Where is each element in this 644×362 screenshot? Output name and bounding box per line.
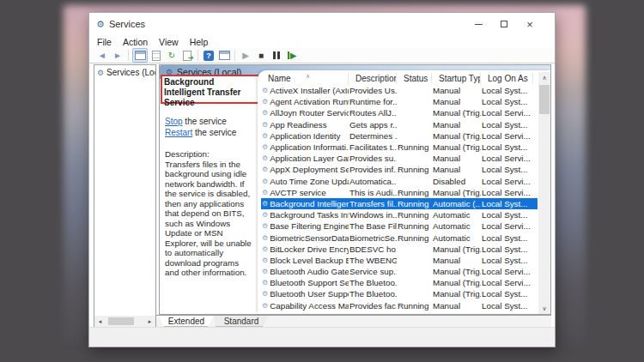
- toolbar: ◄►↻?▶■▶: [89, 48, 555, 63]
- service-gear-icon: ⚙: [262, 255, 268, 266]
- service-gear-icon: ⚙: [262, 187, 268, 198]
- tree-item-label: Services (Loca: [106, 68, 155, 77]
- services-app-icon: ⚙: [96, 20, 105, 29]
- show-action-pane-icon[interactable]: [217, 49, 231, 62]
- resume-service-icon[interactable]: ▶: [285, 49, 299, 62]
- table-row[interactable]: ⚙App ReadinessGets apps r...ManualLocal …: [261, 119, 538, 130]
- scroll-left-icon[interactable]: ◄: [94, 316, 106, 327]
- restart-service-line: Restart the service: [165, 127, 236, 138]
- service-description: Description: Transfers files in the back…: [165, 149, 253, 278]
- tree-horizontal-scrollbar[interactable]: ◄ ►: [94, 316, 155, 327]
- table-row[interactable]: ⚙AllJoyn Router ServiceRoutes AllJ...Man…: [261, 107, 538, 118]
- menu-action[interactable]: Action: [123, 37, 148, 47]
- scroll-down-icon[interactable]: ∨: [538, 303, 550, 314]
- service-gear-icon: ⚙: [262, 220, 268, 232]
- column-header-description[interactable]: Description: [349, 73, 397, 84]
- services-list-panel: Name ∧ Description Status Startup Type L…: [258, 70, 550, 314]
- service-gear-icon: ⚙: [262, 300, 268, 311]
- tree-item-services-local[interactable]: ⚙ Services (Loca: [94, 65, 155, 77]
- table-row[interactable]: ⚙Application Layer Gat...Provides su...M…: [261, 153, 538, 164]
- service-gear-icon: ⚙: [262, 176, 268, 187]
- column-header-status[interactable]: Status: [397, 73, 432, 84]
- maximize-button[interactable]: [491, 13, 517, 35]
- stop-service-icon[interactable]: ■: [254, 49, 268, 62]
- service-gear-icon: ⚙: [262, 153, 268, 164]
- table-row[interactable]: ⚙Bluetooth User Suppo...The Bluetoo...Ma…: [261, 288, 538, 299]
- properties-icon[interactable]: [149, 49, 163, 62]
- service-gear-icon: ⚙: [262, 266, 268, 277]
- table-row[interactable]: ⚙Bluetooth Audio Gate...Service sup...Ma…: [261, 266, 538, 277]
- refresh-icon[interactable]: ↻: [165, 49, 179, 62]
- service-gear-icon: ⚙: [262, 232, 268, 244]
- back-icon[interactable]: ◄: [95, 49, 109, 62]
- description-text: Transfers files in the background using …: [165, 160, 253, 278]
- show-console-tree-icon[interactable]: [132, 48, 148, 63]
- list-header-row: Name ∧ Description Status Startup Type L…: [261, 72, 538, 85]
- table-row[interactable]: ⚙Bluetooth Support Ser...The Bluetoo...M…: [261, 277, 538, 288]
- column-header-name[interactable]: Name ∧: [261, 73, 349, 84]
- table-row[interactable]: ⚙Auto Time Zone Upda...Automatica...Disa…: [261, 176, 538, 187]
- scroll-right-icon[interactable]: ►: [144, 316, 155, 327]
- toolbar-separator: [197, 50, 198, 61]
- minimize-button[interactable]: [465, 13, 491, 35]
- title-bar[interactable]: ⚙ Services ×: [89, 13, 555, 35]
- table-row[interactable]: ⚙Background Tasks Infr...Windows in...Ru…: [261, 209, 538, 220]
- pause-service-icon[interactable]: [270, 49, 283, 62]
- window-title: Services: [109, 19, 145, 29]
- table-row[interactable]: ⚙Application IdentityDetermines ...Manua…: [261, 130, 538, 142]
- services-pane: ⚙ Services (Local) Background Intelligen…: [159, 64, 551, 315]
- table-row[interactable]: ⚙Agent Activation Runt...Runtime for...M…: [261, 96, 538, 107]
- services-table-body: ⚙ActiveX Installer (AxIn...Provides Us..…: [261, 85, 538, 311]
- table-row[interactable]: ⚙Application Informati...Facilitates t..…: [261, 142, 538, 153]
- table-row[interactable]: ⚙Base Filtering EngineThe Base Fil...Run…: [261, 220, 538, 232]
- table-row[interactable]: ⚙Background Intelligen...Transfers fil..…: [261, 198, 538, 209]
- service-gear-icon: ⚙: [262, 107, 268, 118]
- table-row[interactable]: ⚙AVCTP serviceThis is Audi...RunningManu…: [261, 187, 538, 198]
- start-service-icon[interactable]: ▶: [239, 49, 252, 62]
- close-button[interactable]: ×: [517, 13, 543, 35]
- help-icon[interactable]: ?: [202, 49, 216, 62]
- service-gear-icon: ⚙: [262, 96, 268, 107]
- column-header-log-on-as[interactable]: Log On As: [481, 73, 533, 84]
- restart-service-link[interactable]: Restart: [165, 128, 192, 137]
- table-row[interactable]: ⚙BiometricSensorData...BiometricSe...Run…: [261, 232, 538, 243]
- service-gear-icon: ⚙: [262, 198, 268, 209]
- menu-view[interactable]: View: [159, 37, 179, 47]
- table-row[interactable]: ⚙AppX Deployment Se...Provides inf...Run…: [261, 164, 538, 175]
- tab-standard[interactable]: Standard: [214, 316, 269, 327]
- menu-file[interactable]: File: [97, 37, 112, 47]
- table-row[interactable]: ⚙Capability Access Ma...Provides fac...R…: [261, 300, 538, 311]
- stop-service-link[interactable]: Stop: [165, 117, 183, 126]
- column-header-startup-type[interactable]: Startup Type: [432, 73, 481, 84]
- annotation-box: Background Intelligent Transfer Service: [161, 75, 260, 104]
- table-row[interactable]: ⚙Block Level Backup En...The WBENG...Man…: [261, 255, 538, 266]
- extended-view-panel: Background Intelligent Transfer Service …: [160, 79, 258, 314]
- scrollbar-thumb[interactable]: [539, 85, 550, 114]
- scroll-up-icon[interactable]: ∧: [538, 72, 550, 83]
- table-row[interactable]: ⚙BitLocker Drive Encry...BDESVC ho...Man…: [261, 244, 538, 255]
- stop-service-suffix: the service: [183, 117, 227, 126]
- service-gear-icon: ⚙: [262, 244, 268, 255]
- desktop-background: ⚙ Services × File Action View Help ◄►↻?▶…: [0, 0, 644, 362]
- scrollbar-track[interactable]: [106, 316, 144, 327]
- tab-extended[interactable]: Extended: [159, 316, 214, 327]
- table-row[interactable]: ⚙ActiveX Installer (AxIn...Provides Us..…: [261, 85, 538, 96]
- services-node-icon: ⚙: [97, 69, 104, 77]
- service-gear-icon: ⚙: [262, 288, 268, 299]
- forward-icon[interactable]: ►: [111, 49, 125, 62]
- stop-service-line: Stop the service: [165, 116, 236, 127]
- service-gear-icon: ⚙: [262, 164, 268, 175]
- console-tree-panel: ⚙ Services (Loca ◄ ►: [94, 64, 156, 328]
- vertical-scrollbar[interactable]: ∧ ∨: [538, 72, 550, 314]
- services-window: ⚙ Services × File Action View Help ◄►↻?▶…: [88, 12, 556, 347]
- scrollbar-thumb[interactable]: [108, 317, 134, 325]
- selected-service-title: Background Intelligent Transfer Service: [164, 77, 257, 108]
- service-gear-icon: ⚙: [262, 130, 268, 142]
- service-gear-icon: ⚙: [262, 85, 268, 96]
- export-list-icon[interactable]: [180, 49, 194, 62]
- service-gear-icon: ⚙: [262, 277, 268, 288]
- service-gear-icon: ⚙: [262, 142, 268, 153]
- status-bar: [89, 327, 555, 347]
- menu-help[interactable]: Help: [190, 37, 209, 47]
- service-gear-icon: ⚙: [262, 209, 268, 220]
